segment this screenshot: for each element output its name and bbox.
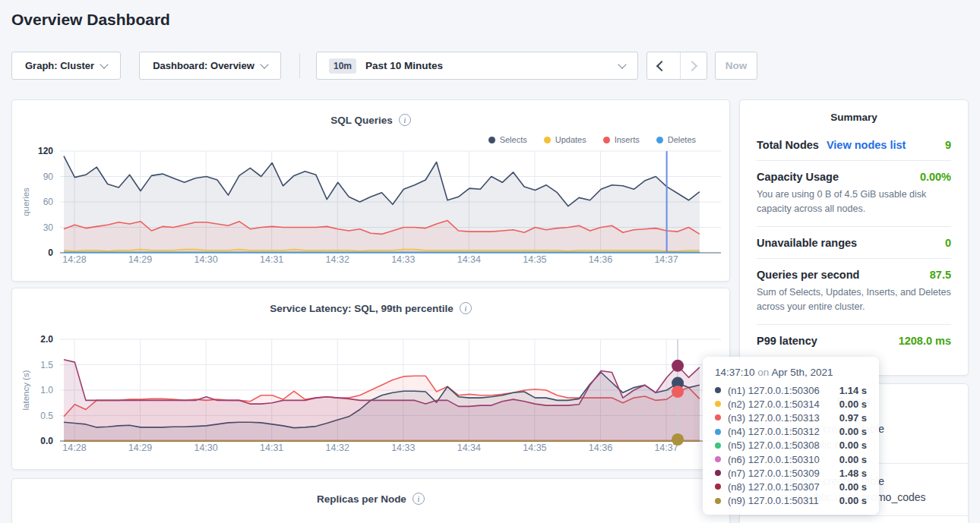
- time-nav-group: [646, 52, 707, 80]
- page-title: Overview Dashboard: [11, 11, 170, 29]
- svg-text:60: 60: [43, 197, 54, 207]
- time-range-badge: 10m: [329, 58, 356, 74]
- chevron-down-icon: [260, 60, 268, 68]
- info-icon[interactable]: i: [460, 302, 472, 314]
- svg-text:14:34: 14:34: [457, 254, 481, 265]
- svg-text:30: 30: [43, 222, 54, 233]
- tooltip-row: (n3) 127.0.0.1:503130.97 s: [715, 411, 867, 424]
- node-latency-value: 0.00 s: [839, 399, 867, 410]
- svg-text:14:37: 14:37: [654, 254, 678, 265]
- tooltip-row: (n6) 127.0.0.1:503100.00 s: [715, 452, 867, 466]
- summary-value: 87.5: [930, 269, 951, 281]
- summary-row-qps: Queries per second 87.5 Sum of Selects, …: [757, 259, 951, 325]
- summary-row-capacity: Capacity Usage 0.00% You are using 0 B o…: [757, 161, 951, 227]
- node-address: (n6) 127.0.0.1:50310: [728, 454, 839, 465]
- tooltip-row: (n4) 127.0.0.1:503120.00 s: [715, 425, 867, 439]
- svg-text:latency (s): latency (s): [21, 370, 30, 410]
- svg-text:14:28: 14:28: [62, 254, 86, 265]
- node-latency-value: 0.00 s: [839, 426, 867, 437]
- node-color-dot: [715, 498, 721, 504]
- node-address: (n1) 127.0.0.1:50306: [728, 385, 839, 396]
- svg-text:14:31: 14:31: [260, 254, 283, 265]
- node-address: (n9) 127.0.0.1:50311: [728, 495, 839, 506]
- svg-text:90: 90: [43, 172, 54, 182]
- node-latency-value: 1.14 s: [839, 385, 867, 396]
- legend-dot: [656, 137, 663, 143]
- prev-time-button[interactable]: [647, 52, 673, 79]
- legend-dot: [544, 137, 551, 143]
- tooltip-row: (n8) 127.0.0.1:503070.00 s: [715, 480, 867, 493]
- tooltip-row: (n2) 127.0.0.1:503140.00 s: [715, 397, 867, 411]
- info-icon[interactable]: i: [413, 493, 425, 505]
- svg-text:0.0: 0.0: [40, 436, 53, 446]
- node-address: (n2) 127.0.0.1:50314: [728, 399, 839, 410]
- replicas-per-node-panel: Replicas per Node i: [11, 478, 730, 523]
- svg-text:14:34: 14:34: [457, 443, 481, 453]
- node-latency-value: 0.00 s: [839, 495, 867, 506]
- chevron-left-icon: [656, 60, 667, 71]
- sql-queries-panel: SQL Queries i SelectsUpdatesInsertsDelet…: [11, 99, 730, 282]
- svg-text:14:31: 14:31: [260, 443, 283, 453]
- time-range-picker[interactable]: 10m Past 10 Minutes: [316, 52, 638, 80]
- chevron-down-icon: [100, 60, 108, 68]
- svg-text:0: 0: [48, 247, 53, 258]
- node-color-dot: [715, 414, 721, 421]
- now-button[interactable]: Now: [715, 52, 757, 80]
- svg-text:2.0: 2.0: [40, 334, 53, 345]
- node-latency-value: 0.00 s: [839, 440, 867, 451]
- svg-text:14:28: 14:28: [62, 443, 86, 453]
- dashboard-dropdown[interactable]: Dashboard: Overview: [139, 52, 281, 80]
- svg-text:1.5: 1.5: [40, 360, 53, 370]
- tooltip-row: (n9) 127.0.0.1:503110.00 s: [715, 494, 867, 508]
- tooltip-row: (n7) 127.0.0.1:503091.48 s: [715, 466, 867, 480]
- summary-value: 9: [945, 139, 951, 151]
- view-nodes-list-link[interactable]: View nodes list: [827, 139, 906, 151]
- tooltip-timestamp: 14:37:10 on Apr 5th, 2021: [715, 367, 867, 378]
- node-address: (n3) 127.0.0.1:50313: [728, 412, 839, 424]
- summary-panel: Summary Total Nodes View nodes list 9 Ca…: [739, 99, 969, 376]
- svg-text:14:33: 14:33: [391, 443, 415, 453]
- node-color-dot: [715, 456, 721, 462]
- chevron-down-icon: [618, 60, 626, 68]
- node-latency-value: 0.97 s: [839, 412, 867, 424]
- chart-title: Service Latency: SQL, 99th percentile: [270, 303, 454, 314]
- svg-text:0.5: 0.5: [40, 411, 53, 421]
- node-address: (n5) 127.0.0.1:50308: [728, 440, 839, 451]
- graph-dropdown[interactable]: Graph: Cluster: [11, 52, 121, 80]
- node-latency-value: 1.48 s: [839, 468, 867, 479]
- summary-row-unavailable-ranges: Unavailable ranges 0: [757, 227, 951, 259]
- next-time-button[interactable]: [680, 52, 707, 79]
- summary-label: Total Nodes: [757, 139, 819, 151]
- summary-label: Unavailable ranges: [757, 237, 857, 249]
- svg-text:14:35: 14:35: [523, 443, 546, 453]
- chart-title: SQL Queries: [330, 115, 393, 126]
- node-latency-value: 0.00 s: [839, 454, 867, 465]
- svg-text:14:29: 14:29: [128, 443, 152, 453]
- dashboard-dropdown-label: Dashboard: Overview: [153, 60, 254, 71]
- summary-value: 0.00%: [920, 171, 951, 183]
- node-color-dot: [715, 470, 721, 476]
- chevron-right-icon: [687, 60, 697, 71]
- node-address: (n8) 127.0.0.1:50307: [728, 481, 839, 493]
- svg-text:14:33: 14:33: [391, 254, 415, 265]
- summary-desc: You are using 0 B of 4.5 GiB usable disk…: [757, 187, 951, 217]
- node-address: (n7) 127.0.0.1:50309: [728, 468, 839, 479]
- time-range-label: Past 10 Minutes: [365, 60, 443, 71]
- svg-text:14:32: 14:32: [326, 443, 349, 453]
- summary-heading: Summary: [740, 100, 968, 123]
- node-color-dot: [715, 484, 721, 490]
- summary-label: P99 latency: [757, 335, 817, 347]
- service-latency-chart[interactable]: 14:2814:2914:3014:3114:3214:3314:3414:35…: [12, 332, 731, 462]
- legend-dot: [603, 137, 610, 143]
- svg-text:14:36: 14:36: [589, 443, 612, 453]
- info-icon[interactable]: i: [399, 114, 411, 126]
- summary-value: 0: [945, 237, 951, 249]
- node-address: (n4) 127.0.0.1:50312: [728, 426, 839, 437]
- summary-value: 1208.0 ms: [899, 335, 951, 347]
- sql-queries-chart[interactable]: 14:2814:2914:3014:3114:3214:3314:3414:35…: [12, 143, 731, 274]
- svg-text:120: 120: [38, 146, 53, 156]
- summary-desc: Sum of Selects, Updates, Inserts, and De…: [757, 285, 951, 315]
- svg-text:1.0: 1.0: [40, 385, 53, 395]
- summary-row-p99: P99 latency 1208.0 ms: [757, 325, 951, 356]
- svg-text:queries: queries: [21, 187, 30, 216]
